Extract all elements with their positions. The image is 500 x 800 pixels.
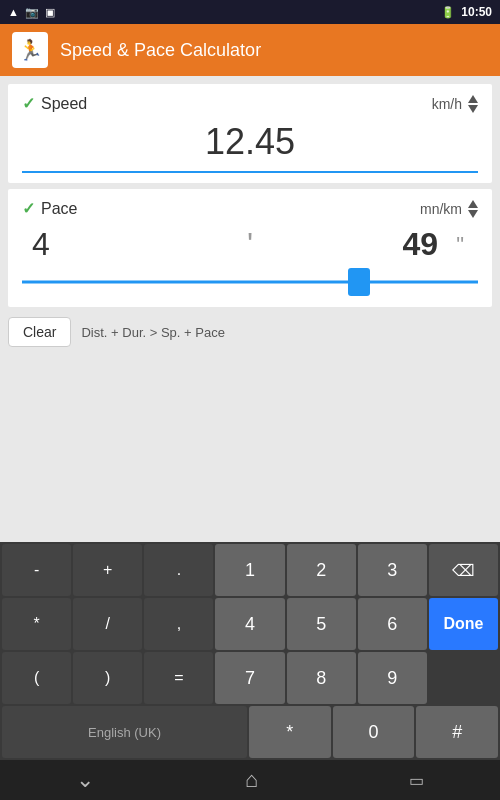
key-open-paren[interactable]: (	[2, 652, 71, 704]
app-header: 🏃 Speed & Pace Calculator	[0, 24, 500, 76]
key-2[interactable]: 2	[287, 544, 356, 596]
app-title: Speed & Pace Calculator	[60, 40, 261, 61]
speed-card: ✓ Speed km/h 12.45	[8, 84, 492, 183]
key-hash[interactable]: #	[416, 706, 498, 758]
sd-icon: ▣	[45, 6, 55, 19]
pace-unit: mn/km	[420, 201, 462, 217]
pace-unit-up-arrow	[468, 200, 478, 208]
key-asterisk[interactable]: *	[2, 598, 71, 650]
pace-seconds: 49	[402, 226, 478, 263]
speed-check-icon: ✓	[22, 94, 35, 113]
pace-check-icon: ✓	[22, 199, 35, 218]
camera-icon: 📷	[25, 6, 39, 19]
recent-nav-icon[interactable]: ▭	[409, 771, 424, 790]
key-4[interactable]: 4	[215, 598, 284, 650]
pace-tick: "	[456, 232, 464, 258]
pace-minutes: 4	[22, 226, 50, 263]
keyboard-row-1: - + . 1 2 3 ⌫	[0, 542, 500, 596]
key-9[interactable]: 9	[358, 652, 427, 704]
key-dot[interactable]: .	[144, 544, 213, 596]
pace-card: ✓ Pace mn/km 4 ' 49 "	[8, 189, 492, 307]
pace-unit-row[interactable]: mn/km	[420, 200, 478, 218]
done-button[interactable]: Done	[429, 598, 498, 650]
formula-text: Dist. + Dur. > Sp. + Pace	[81, 325, 224, 340]
pace-slider-container[interactable]	[22, 267, 478, 297]
speed-label-row: ✓ Speed	[22, 94, 87, 113]
speed-unit: km/h	[432, 96, 462, 112]
keyboard[interactable]: - + . 1 2 3 ⌫ * / , 4 5 6 Done ( ) = 7 8…	[0, 542, 500, 760]
app-icon: 🏃	[12, 32, 48, 68]
pace-label-row: ✓ Pace	[22, 199, 77, 218]
pace-label: Pace	[41, 200, 77, 218]
key-plus[interactable]: +	[73, 544, 142, 596]
speed-divider	[22, 171, 478, 173]
key-equals[interactable]: =	[144, 652, 213, 704]
empty-space	[0, 361, 500, 511]
pace-slider-thumb[interactable]	[348, 268, 370, 296]
back-nav-icon[interactable]: ⌄	[76, 767, 94, 793]
status-icons: ▲ 📷 ▣	[8, 6, 55, 19]
main-content: ✓ Speed km/h 12.45 ✓ Pace mn/km	[0, 76, 500, 361]
nav-bar: ⌄ ⌂ ▭	[0, 760, 500, 800]
speed-unit-down-arrow	[468, 105, 478, 113]
speed-unit-up-arrow	[468, 95, 478, 103]
pace-separator: '	[247, 226, 253, 263]
keyboard-row-3: ( ) = 7 8 9	[0, 650, 500, 704]
speed-unit-row[interactable]: km/h	[432, 95, 478, 113]
key-comma[interactable]: ,	[144, 598, 213, 650]
key-6[interactable]: 6	[358, 598, 427, 650]
key-star-bottom[interactable]: *	[249, 706, 331, 758]
pace-slider-track	[22, 281, 478, 284]
key-8[interactable]: 8	[287, 652, 356, 704]
key-3[interactable]: 3	[358, 544, 427, 596]
keyboard-row-2: * / , 4 5 6 Done	[0, 596, 500, 650]
status-time: 10:50	[461, 5, 492, 19]
battery-icon: 🔋	[441, 6, 455, 19]
key-minus[interactable]: -	[2, 544, 71, 596]
key-1[interactable]: 1	[215, 544, 284, 596]
key-close-paren[interactable]: )	[73, 652, 142, 704]
key-5[interactable]: 5	[287, 598, 356, 650]
pace-card-header: ✓ Pace mn/km	[22, 199, 478, 218]
language-key[interactable]: English (UK)	[2, 706, 247, 758]
wifi-icon: ▲	[8, 6, 19, 18]
key-backspace[interactable]: ⌫	[429, 544, 498, 596]
clear-button[interactable]: Clear	[8, 317, 71, 347]
status-right-icons: 🔋 10:50	[441, 5, 492, 19]
speed-label: Speed	[41, 95, 87, 113]
status-bar: ▲ 📷 ▣ 🔋 10:50	[0, 0, 500, 24]
pace-values-row: 4 ' 49 "	[22, 222, 478, 265]
action-row: Clear Dist. + Dur. > Sp. + Pace	[8, 313, 492, 353]
key-7[interactable]: 7	[215, 652, 284, 704]
speed-value[interactable]: 12.45	[22, 117, 478, 169]
key-slash[interactable]: /	[73, 598, 142, 650]
key-zero[interactable]: 0	[333, 706, 415, 758]
keyboard-row-4: English (UK) * 0 #	[0, 704, 500, 760]
speed-card-header: ✓ Speed km/h	[22, 94, 478, 113]
runner-icon: 🏃	[18, 38, 43, 62]
pace-unit-down-arrow	[468, 210, 478, 218]
home-nav-icon[interactable]: ⌂	[245, 767, 258, 793]
